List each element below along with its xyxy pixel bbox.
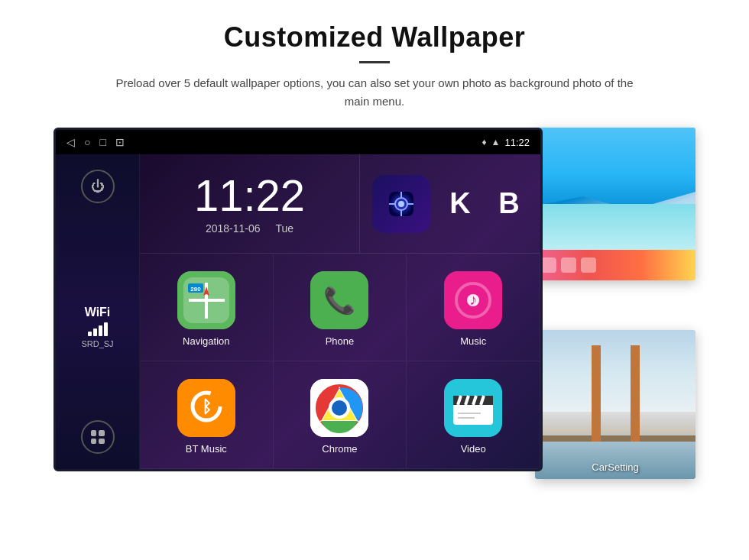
status-bar: ◁ ○ □ ⊡ ♦ ▲ 11:22 bbox=[56, 130, 540, 154]
svg-point-26 bbox=[332, 400, 347, 416]
bt-svg: ᛒ bbox=[177, 379, 235, 437]
music-label: Music bbox=[460, 335, 486, 347]
svg-text:ᛒ: ᛒ bbox=[201, 397, 211, 416]
main-content: ⏻ WiFi SRD_SJ bbox=[56, 154, 540, 469]
grid-dot-4 bbox=[99, 439, 105, 445]
chrome-label: Chrome bbox=[322, 443, 357, 455]
chrome-svg bbox=[310, 379, 368, 437]
k-letter: K bbox=[449, 187, 470, 220]
phone-app-icon: 📞 bbox=[310, 271, 368, 329]
power-button[interactable]: ⏻ bbox=[81, 170, 115, 203]
tablet-device: ◁ ○ □ ⊡ ♦ ▲ 11:22 ⏻ bbox=[54, 128, 543, 471]
page-container: Customized Wallpaper Preload over 5 defa… bbox=[0, 0, 749, 560]
wifi-bars bbox=[81, 322, 113, 336]
sidebar: ⏻ WiFi SRD_SJ bbox=[56, 154, 140, 469]
top-app-icons: K B bbox=[359, 154, 540, 253]
bridge-canvas: CarSetting bbox=[535, 330, 696, 479]
navigation-app-cell[interactable]: 280 Navigation bbox=[140, 254, 274, 361]
chrome-app-icon bbox=[310, 379, 368, 437]
mini-strip bbox=[535, 250, 696, 280]
recents-icon[interactable]: □ bbox=[99, 136, 105, 148]
clock-time: 11:22 bbox=[194, 173, 305, 218]
phone-app-cell[interactable]: 📞 Phone bbox=[274, 254, 407, 361]
b-letter: B bbox=[498, 187, 519, 220]
bt-music-app-icon: ᛒ bbox=[177, 379, 235, 437]
car-setting-label: CarSetting bbox=[535, 461, 696, 473]
bt-music-app-cell[interactable]: ᛒ BT Music bbox=[140, 361, 274, 469]
mini-dot-3 bbox=[581, 257, 596, 273]
wifi-status-icon: ▲ bbox=[491, 137, 501, 147]
grid-dot-2 bbox=[99, 430, 105, 436]
back-icon[interactable]: ◁ bbox=[66, 136, 75, 148]
mini-dot-2 bbox=[561, 257, 576, 273]
svg-text:280: 280 bbox=[190, 286, 201, 293]
phone-svg: 📞 bbox=[310, 271, 368, 329]
mini-dot-1 bbox=[541, 257, 556, 273]
app-grid: 280 Navigation bbox=[140, 254, 540, 469]
chrome-app-cell[interactable]: Chrome bbox=[274, 361, 407, 469]
music-app-cell[interactable]: ♪ Music bbox=[407, 254, 540, 361]
bt-music-label: BT Music bbox=[186, 443, 227, 455]
clock-date: 2018-11-06 Tue bbox=[206, 222, 293, 235]
grid-dot-3 bbox=[91, 439, 97, 445]
location-icon: ♦ bbox=[481, 137, 486, 147]
grid-icon bbox=[91, 430, 105, 444]
video-app-cell[interactable]: Video bbox=[407, 361, 540, 469]
video-app-icon bbox=[444, 379, 502, 437]
radio-app-icon[interactable] bbox=[372, 175, 430, 233]
navigation-svg: 280 bbox=[177, 271, 235, 329]
navigation-label: Navigation bbox=[183, 335, 229, 347]
wifi-label: WiFi bbox=[81, 306, 113, 319]
content-area: 11:22 2018-11-06 Tue bbox=[140, 154, 540, 469]
wifi-ssid: SRD_SJ bbox=[81, 339, 113, 348]
clock-date-value: 2018-11-06 bbox=[206, 222, 261, 235]
sidebar-top: ⏻ bbox=[81, 170, 115, 203]
sidebar-bottom bbox=[81, 420, 115, 454]
clock-area: 11:22 2018-11-06 Tue bbox=[140, 154, 359, 253]
bridge-sky bbox=[535, 330, 696, 412]
video-svg bbox=[444, 379, 502, 437]
ice-canvas bbox=[535, 128, 696, 280]
bridge-road bbox=[535, 435, 696, 442]
status-right: ♦ ▲ 11:22 bbox=[481, 137, 530, 148]
music-app-icon: ♪ bbox=[444, 271, 502, 329]
device-area: CarSetting ◁ ○ □ ⊡ ♦ ▲ 11:22 bbox=[54, 128, 696, 479]
status-time: 11:22 bbox=[504, 137, 530, 148]
screenshot-icon[interactable]: ⊡ bbox=[115, 136, 125, 148]
wifi-bar-2 bbox=[93, 329, 97, 336]
bridge-tower-left bbox=[592, 345, 601, 442]
signal-svg bbox=[381, 184, 421, 224]
page-title: Customized Wallpaper bbox=[224, 21, 526, 53]
title-divider bbox=[359, 61, 390, 63]
wifi-bar-1 bbox=[88, 332, 92, 336]
video-label: Video bbox=[461, 443, 486, 455]
bridge-wallpaper-thumb[interactable]: CarSetting bbox=[535, 330, 696, 479]
phone-label: Phone bbox=[326, 335, 355, 347]
clock-day-value: Tue bbox=[276, 222, 294, 235]
grid-button[interactable] bbox=[81, 420, 115, 454]
page-description: Preload over 5 default wallpaper options… bbox=[115, 74, 634, 111]
svg-text:📞: 📞 bbox=[323, 285, 356, 316]
bridge-tower-right bbox=[631, 345, 640, 442]
ice-wallpaper-thumb[interactable] bbox=[535, 128, 696, 280]
k-icon-container: K bbox=[441, 187, 479, 220]
status-nav-icons: ◁ ○ □ ⊡ bbox=[66, 136, 125, 148]
svg-text:♪: ♪ bbox=[469, 291, 477, 308]
navigation-app-icon: 280 bbox=[177, 271, 235, 329]
home-icon[interactable]: ○ bbox=[84, 136, 90, 148]
wifi-info: WiFi SRD_SJ bbox=[81, 306, 113, 348]
wifi-bar-3 bbox=[99, 325, 102, 336]
grid-dot-1 bbox=[91, 430, 97, 436]
wifi-bar-4 bbox=[104, 322, 108, 336]
clock-section: 11:22 2018-11-06 Tue bbox=[140, 154, 540, 254]
b-icon-container: B bbox=[490, 187, 528, 220]
svg-point-2 bbox=[398, 201, 404, 207]
music-svg: ♪ bbox=[444, 271, 502, 329]
